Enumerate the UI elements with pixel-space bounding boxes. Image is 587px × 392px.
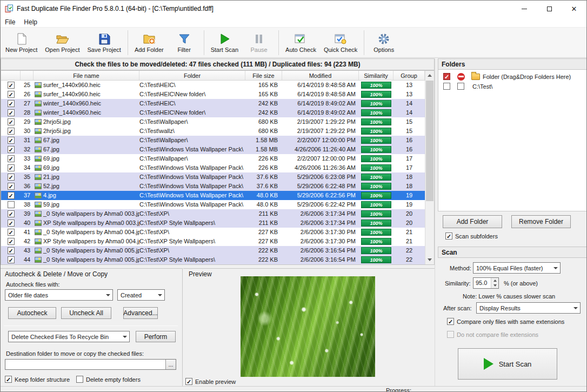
delete-empty-folders-option[interactable]: Delete empty folders — [76, 376, 141, 383]
table-row[interactable]: 40XP Style wallpapers by Ahma0 003.jpgC:… — [1, 218, 425, 228]
method-dropdown[interactable]: 100% Equal Files (faster) — [473, 262, 561, 274]
table-row[interactable]: 3652.jpgC:\Test\Windows Vista Wallpaper … — [1, 182, 425, 191]
table-row[interactable]: 3167.jpgC:\Test\Wallpaper\1.58 MB2/2/200… — [1, 136, 425, 145]
perform-button[interactable]: Perform — [136, 331, 176, 342]
save-project-button[interactable]: Save Project — [84, 29, 125, 56]
folder-list-item-ctest[interactable]: C:\Test\ — [443, 82, 492, 91]
scrollbar-thumb[interactable] — [426, 81, 433, 201]
folder-exclude-checkbox[interactable] — [457, 83, 464, 90]
row-checkbox[interactable] — [8, 183, 15, 190]
row-checkbox[interactable] — [8, 256, 15, 263]
row-checkbox[interactable] — [8, 192, 15, 199]
row-checkbox[interactable] — [8, 174, 15, 181]
scroll-down-button[interactable] — [425, 255, 434, 264]
pause-button[interactable]: Pause — [242, 29, 276, 56]
row-checkbox[interactable] — [8, 164, 15, 171]
keep-folder-structure-option[interactable]: Keep folder structure — [5, 376, 70, 383]
header-modified[interactable]: Modified — [282, 71, 359, 80]
start-scan-button-toolbar[interactable]: Start Scan — [207, 29, 242, 56]
row-checkbox[interactable] — [8, 109, 15, 116]
options-button[interactable]: Options — [367, 29, 401, 56]
autocheck-criteria-dropdown[interactable]: Older file dates — [5, 289, 113, 301]
filter-button[interactable]: Filter — [168, 29, 201, 56]
enable-preview-checkbox[interactable] — [185, 378, 192, 385]
table-row[interactable]: 42XP Style wallpapers by Ahma0 004.jpgC:… — [1, 237, 425, 246]
remove-folder-button[interactable]: Remove Folder — [511, 215, 571, 228]
folder-list-item-root[interactable]: Folder (Drag&Drop Folders Here) — [443, 72, 571, 81]
spinner-down-button[interactable] — [491, 283, 498, 289]
header-check-column[interactable] — [1, 71, 21, 80]
row-checkbox[interactable] — [8, 155, 15, 162]
menu-file[interactable]: File — [1, 17, 19, 27]
advanced-button[interactable]: Advanced... — [123, 307, 158, 319]
quick-check-button[interactable]: Quick Check — [320, 29, 361, 56]
autocheck-date-mode-dropdown[interactable]: Created — [117, 289, 165, 301]
table-row[interactable]: 3369.jpgC:\Test\Wallpaper\226 KB2/2/2007… — [1, 154, 425, 163]
row-checkbox[interactable] — [8, 82, 15, 89]
table-scrollbar[interactable] — [425, 71, 434, 264]
enable-preview-option[interactable]: Enable preview — [185, 378, 236, 385]
row-checkbox[interactable] — [8, 137, 15, 144]
folder-checkbox[interactable] — [443, 73, 450, 80]
table-row[interactable]: 26surfer_1440x960.heicC:\Test\HEIC\New f… — [1, 90, 425, 99]
table-row[interactable]: 25surfer_1440x960.heicC:\Test\HEIC\165 K… — [1, 81, 425, 90]
start-scan-button[interactable]: Start Scan — [458, 348, 557, 380]
table-row[interactable]: 39_0 Style wallpapers by Ahma0 003.jpgC:… — [1, 209, 425, 218]
header-similarity[interactable]: Similarity — [359, 71, 393, 80]
open-project-button[interactable]: Open Project — [41, 29, 83, 56]
compare-same-extensions-option[interactable]: Compare only files with same extensions — [447, 318, 564, 325]
header-num-column[interactable] — [21, 71, 34, 80]
table-row[interactable]: 43_0 Style wallpapers by Ahma0 005.jpgC:… — [1, 246, 425, 255]
keep-folder-structure-checkbox[interactable] — [5, 376, 12, 383]
table-row[interactable]: 3859.jpgC:\Test\Windows Vista Wallpaper … — [1, 200, 425, 209]
row-checkbox[interactable] — [8, 100, 15, 107]
compare-same-extensions-checkbox[interactable] — [447, 318, 454, 325]
action-dropdown[interactable]: Delete Checked Files To Recycle Bin — [8, 331, 130, 342]
header-folder[interactable]: Folder — [139, 71, 245, 80]
close-button[interactable]: ✕ — [562, 1, 586, 17]
spinner-up-button[interactable] — [491, 278, 498, 283]
table-row[interactable]: 292hrjo5i.jpgC:\Test\Wallpaper\680 KB2/1… — [1, 117, 425, 127]
maximize-button[interactable] — [537, 1, 562, 17]
delete-empty-folders-checkbox[interactable] — [76, 376, 83, 383]
table-row[interactable]: 27winter_1440x960.heicC:\Test\HEIC\242 K… — [1, 99, 425, 108]
table-row[interactable]: 374.jpgC:\Test\Windows Vista Wallpaper P… — [1, 191, 425, 200]
auto-check-button[interactable]: Auto Check — [282, 29, 320, 56]
browse-button[interactable]: ... — [165, 360, 176, 369]
scan-subfolders-checkbox[interactable] — [445, 232, 452, 240]
row-checkbox[interactable] — [8, 247, 15, 254]
add-folder-button-toolbar[interactable]: Add Folder — [131, 29, 168, 56]
new-project-button[interactable]: New Project — [2, 29, 41, 56]
row-checkbox[interactable] — [8, 210, 15, 217]
row-checkbox[interactable] — [8, 229, 15, 236]
no-compare-extensions-checkbox[interactable] — [447, 331, 454, 338]
menu-help[interactable]: Help — [19, 17, 42, 27]
row-checkbox[interactable] — [8, 201, 15, 208]
scrollbar-track[interactable] — [425, 80, 434, 255]
row-checkbox[interactable] — [8, 238, 15, 245]
add-folder-button[interactable]: Add Folder — [443, 215, 502, 228]
scan-subfolders-option[interactable]: Scan subfolders — [445, 232, 498, 240]
row-checkbox[interactable] — [8, 220, 15, 227]
autocheck-button[interactable]: Autocheck — [8, 307, 56, 319]
table-row[interactable]: 28winter_1440x960.heicC:\Test\HEIC\New f… — [1, 108, 425, 117]
table-row[interactable]: 3469.jpgC:\Test\Windows Vista Wallpaper … — [1, 163, 425, 172]
destination-folder-input[interactable]: ... — [5, 359, 176, 370]
row-checkbox[interactable] — [8, 118, 15, 125]
row-checkbox[interactable] — [8, 91, 15, 98]
row-checkbox[interactable] — [8, 128, 15, 135]
similarity-spinner[interactable]: 95.0 — [473, 277, 499, 289]
uncheck-all-button[interactable]: Uncheck All — [61, 307, 111, 319]
table-row[interactable]: 41_0 Style wallpapers by Ahma0 004.jpgC:… — [1, 228, 425, 237]
table-row[interactable]: 3521.jpgC:\Test\Windows Vista Wallpaper … — [1, 172, 425, 182]
after-scan-dropdown[interactable]: Display Results — [476, 302, 581, 314]
header-group[interactable]: Group — [393, 71, 425, 80]
no-compare-extensions-option[interactable]: Do not compare file extensions — [447, 331, 538, 338]
minimize-button[interactable] — [512, 1, 537, 17]
row-checkbox[interactable] — [8, 146, 15, 153]
header-file-size[interactable]: File size — [245, 71, 282, 80]
folder-checkbox[interactable] — [443, 83, 450, 90]
table-row[interactable]: 302hrjo5i.jpgC:\Test\wallz\680 KB2/19/20… — [1, 127, 425, 136]
table-row[interactable]: 3267.jpgC:\Test\Windows Vista Wallpaper … — [1, 145, 425, 154]
table-row[interactable]: 44_0 Style wallpapers by Ahma0 005.jpgC:… — [1, 255, 425, 264]
